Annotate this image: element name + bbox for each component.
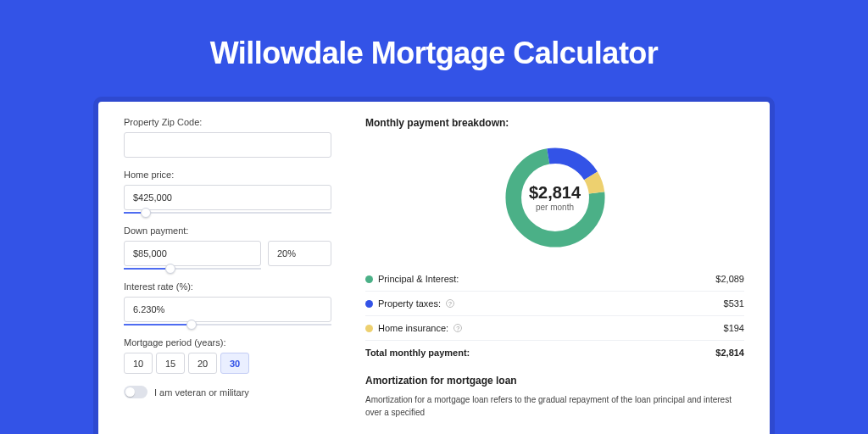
breakdown-value: $2,089 <box>715 274 744 284</box>
dot-icon <box>365 275 373 283</box>
field-home-price: Home price: <box>124 170 331 214</box>
calculator-card: Property Zip Code: Home price: Down paym… <box>98 102 770 434</box>
down-payment-label: Down payment: <box>124 225 331 236</box>
breakdown-title: Monthly payment breakdown: <box>365 117 744 129</box>
breakdown-row-taxes: Property taxes: ? $531 <box>365 292 744 316</box>
period-option-10[interactable]: 10 <box>124 353 153 374</box>
field-veteran: I am veteran or military <box>124 386 331 398</box>
donut-amount: $2,814 <box>529 183 581 203</box>
slider-thumb-icon[interactable] <box>165 264 175 274</box>
slider-thumb-icon[interactable] <box>141 208 151 218</box>
interest-rate-slider[interactable] <box>124 324 331 326</box>
breakdown-value: $194 <box>724 323 744 333</box>
period-option-20[interactable]: 20 <box>188 353 217 374</box>
breakdown-row-pi: Principal & Interest: $2,089 <box>365 267 744 292</box>
breakdown-panel: Monthly payment breakdown: $2,814 per mo… <box>365 117 744 434</box>
home-price-label: Home price: <box>124 170 331 180</box>
form-panel: Property Zip Code: Home price: Down paym… <box>124 117 331 434</box>
field-interest-rate: Interest rate (%): <box>124 281 331 326</box>
slider-thumb-icon[interactable] <box>186 320 197 330</box>
donut-sub: per month <box>529 203 581 212</box>
amortization-title: Amortization for mortgage loan <box>365 375 744 387</box>
mortgage-period-label: Mortgage period (years): <box>124 337 331 348</box>
breakdown-label: Home insurance: <box>378 323 448 333</box>
field-down-payment: Down payment: <box>124 225 331 270</box>
zip-input[interactable] <box>124 132 331 158</box>
breakdown-value: $531 <box>724 298 744 309</box>
period-option-30[interactable]: 30 <box>220 353 249 374</box>
home-price-input[interactable] <box>124 185 331 210</box>
interest-rate-label: Interest rate (%): <box>124 281 331 292</box>
payment-donut-chart: $2,814 per month <box>365 134 744 261</box>
dot-icon <box>365 325 373 332</box>
interest-rate-input[interactable] <box>124 297 331 322</box>
card-frame: Property Zip Code: Home price: Down paym… <box>93 97 775 434</box>
down-payment-input[interactable] <box>124 241 261 266</box>
period-option-15[interactable]: 15 <box>156 353 185 374</box>
info-icon[interactable]: ? <box>446 299 454 308</box>
breakdown-row-insurance: Home insurance: ? $194 <box>365 316 744 341</box>
veteran-toggle[interactable] <box>124 386 147 398</box>
page-title: Willowdale Mortgage Calculator <box>0 0 868 97</box>
veteran-label: I am veteran or military <box>154 387 249 398</box>
dot-icon <box>365 300 373 308</box>
toggle-knob-icon <box>125 387 135 397</box>
total-value: $2,814 <box>715 348 744 358</box>
period-button-group: 10 15 20 30 <box>124 353 331 374</box>
home-price-slider[interactable] <box>124 212 331 214</box>
total-label: Total monthly payment: <box>365 348 470 358</box>
down-payment-slider[interactable] <box>124 268 261 270</box>
zip-label: Property Zip Code: <box>124 117 331 127</box>
amortization-text: Amortization for a mortgage loan refers … <box>365 393 744 419</box>
breakdown-row-total: Total monthly payment: $2,814 <box>365 341 744 364</box>
down-payment-pct-input[interactable] <box>268 241 331 266</box>
donut-center: $2,814 per month <box>529 183 581 212</box>
info-icon[interactable]: ? <box>453 324 462 332</box>
field-mortgage-period: Mortgage period (years): 10 15 20 30 <box>124 337 331 374</box>
field-zip: Property Zip Code: <box>124 117 331 158</box>
breakdown-label: Principal & Interest: <box>378 274 459 284</box>
breakdown-list: Principal & Interest: $2,089 Property ta… <box>365 266 744 364</box>
breakdown-label: Property taxes: <box>378 298 441 309</box>
